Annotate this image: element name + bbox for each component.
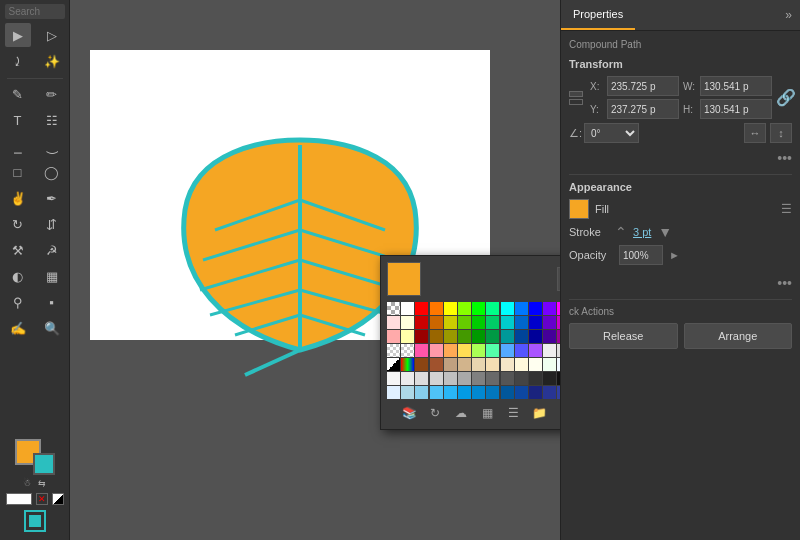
color-cell[interactable] (557, 330, 560, 343)
blob-brush-tool[interactable]: ✒ (39, 186, 65, 210)
color-cell[interactable] (472, 330, 485, 343)
color-cell[interactable] (543, 316, 556, 329)
pencil-tool[interactable]: ✏ (39, 82, 65, 106)
flip-horizontal-btn[interactable]: ↔ (744, 123, 766, 143)
color-cell[interactable] (401, 386, 414, 399)
color-cell[interactable] (529, 372, 542, 385)
background-swatch[interactable] (33, 453, 55, 475)
color-cell[interactable] (415, 386, 428, 399)
color-cell[interactable] (501, 316, 514, 329)
color-cell[interactable] (401, 372, 414, 385)
folder-icon[interactable]: 📁 (528, 403, 550, 423)
color-cell[interactable] (529, 386, 542, 399)
color-cell[interactable] (387, 372, 400, 385)
color-cell[interactable] (515, 358, 528, 371)
color-cell[interactable] (543, 358, 556, 371)
stroke-unit-icon[interactable]: ▼ (658, 224, 672, 240)
w-input[interactable] (700, 76, 772, 96)
color-cell[interactable] (387, 330, 400, 343)
pen-tool[interactable]: ✎ (5, 82, 31, 106)
color-cell[interactable] (557, 386, 560, 399)
lasso-tool[interactable]: ⤸ (5, 49, 31, 73)
color-cell[interactable] (458, 358, 471, 371)
color-cell[interactable] (515, 316, 528, 329)
color-cell[interactable] (486, 316, 499, 329)
color-cell[interactable] (430, 302, 443, 315)
ellipse-tool[interactable]: ◯ (39, 160, 65, 184)
x-input[interactable] (607, 76, 679, 96)
panel-expand-btn[interactable]: » (777, 0, 800, 30)
zoom-tool[interactable]: 🔍 (39, 316, 65, 340)
color-cell[interactable] (472, 302, 485, 315)
swatch-book-icon[interactable]: ▦ (554, 403, 560, 423)
search-input[interactable] (5, 4, 65, 19)
color-cell[interactable] (430, 344, 443, 357)
color-cell[interactable] (543, 302, 556, 315)
color-cell[interactable] (458, 386, 471, 399)
appearance-more-options[interactable]: ••• (569, 273, 792, 293)
color-cell[interactable] (458, 302, 471, 315)
color-cell[interactable] (472, 316, 485, 329)
color-cell[interactable] (415, 372, 428, 385)
rotate-tool[interactable]: ↻ (5, 212, 31, 236)
picker-current-swatch[interactable] (387, 262, 421, 296)
color-cell[interactable] (430, 358, 443, 371)
color-cell[interactable] (458, 344, 471, 357)
list-icon[interactable]: ☰ (502, 403, 524, 423)
color-cell[interactable] (529, 302, 542, 315)
line-tool[interactable]: ⎯ (5, 134, 31, 158)
libraries-icon[interactable]: 📚 (398, 403, 420, 423)
arc-tool[interactable]: ‿ (39, 134, 65, 158)
gradient-swatch[interactable] (52, 493, 64, 505)
brush-tool[interactable]: ✌ (5, 186, 31, 210)
color-cell[interactable] (444, 344, 457, 357)
color-cell[interactable] (444, 372, 457, 385)
flip-vertical-btn[interactable]: ↕ (770, 123, 792, 143)
color-cell[interactable] (472, 344, 485, 357)
color-cell[interactable] (557, 316, 560, 329)
magic-wand-tool[interactable]: ✨ (39, 49, 65, 73)
color-cell[interactable] (529, 358, 542, 371)
color-cell[interactable] (515, 330, 528, 343)
color-cell[interactable] (529, 316, 542, 329)
swatches-view-btn[interactable]: ⊞ (557, 267, 560, 291)
width-tool[interactable]: ⚒ (5, 238, 31, 262)
color-cell[interactable] (401, 358, 414, 371)
none-swatch[interactable]: ✕ (36, 493, 48, 505)
color-cell[interactable] (472, 358, 485, 371)
color-cell[interactable] (387, 316, 400, 329)
color-cell[interactable] (515, 386, 528, 399)
opacity-input[interactable] (619, 245, 663, 265)
white-swatch[interactable] (6, 493, 32, 505)
color-cell[interactable] (444, 358, 457, 371)
color-cell[interactable] (501, 358, 514, 371)
select-tool[interactable]: ▶ (5, 23, 31, 47)
h-input[interactable] (700, 99, 772, 119)
color-cell[interactable] (415, 316, 428, 329)
opacity-expand-icon[interactable]: ► (669, 249, 680, 261)
properties-tab[interactable]: Properties (561, 0, 635, 30)
color-cell[interactable] (444, 316, 457, 329)
link-proportions-icon[interactable]: 🔗 (776, 88, 796, 107)
color-cell[interactable] (543, 344, 556, 357)
color-cell[interactable] (387, 344, 400, 357)
color-cell[interactable] (486, 372, 499, 385)
hand-tool[interactable]: ✍ (5, 316, 31, 340)
color-cell[interactable] (543, 330, 556, 343)
color-cell[interactable] (458, 372, 471, 385)
color-cell[interactable] (557, 358, 560, 371)
rotate-icon[interactable]: ↻ (424, 403, 446, 423)
color-cell[interactable] (458, 330, 471, 343)
color-cell[interactable] (401, 344, 414, 357)
color-cell[interactable] (486, 358, 499, 371)
color-cell[interactable] (415, 330, 428, 343)
color-cell[interactable] (486, 344, 499, 357)
color-cell[interactable] (444, 302, 457, 315)
transform-more-options[interactable]: ••• (569, 148, 792, 168)
color-cell[interactable] (501, 372, 514, 385)
color-cell[interactable] (458, 316, 471, 329)
color-cell[interactable] (501, 344, 514, 357)
color-cell[interactable] (415, 344, 428, 357)
color-cell[interactable] (415, 358, 428, 371)
color-cell[interactable] (501, 386, 514, 399)
